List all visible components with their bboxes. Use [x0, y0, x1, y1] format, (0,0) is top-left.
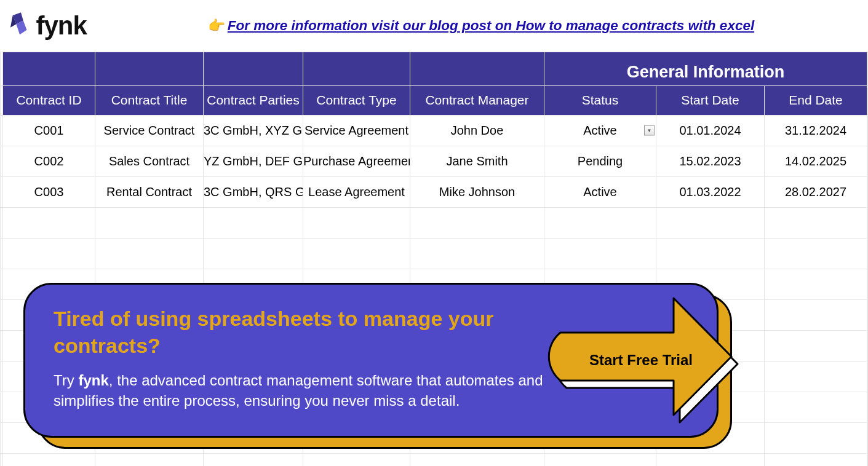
cell-end-date[interactable]: 31.12.2024 [765, 115, 867, 146]
cta-start-free-trial[interactable]: Start Free Trial [557, 296, 741, 425]
cell-contract-type[interactable]: Lease Agreement [303, 176, 410, 207]
cell-status-text: Pending [578, 154, 623, 168]
blog-link-text: For more information visit our blog post… [228, 18, 754, 33]
col-header-contract-manager: Contract Manager [410, 85, 544, 115]
status-dropdown-button[interactable]: ▼ [644, 125, 655, 136]
cell-status[interactable]: Pending [544, 146, 656, 176]
cell-contract-id[interactable]: C001 [3, 115, 95, 146]
cell-end-date[interactable]: 14.02.2025 [765, 146, 867, 176]
chevron-down-icon: ▼ [647, 128, 652, 133]
cta-label: Start Free Trial [570, 296, 712, 425]
table-row[interactable]: C003Rental Contract3C GmbH, QRS GmbLease… [1, 176, 868, 207]
col-header-end-date: End Date [765, 85, 867, 115]
cell-contract-title[interactable]: Sales Contract [95, 146, 204, 176]
col-header-status: Status [544, 85, 656, 115]
promo-banner: Tired of using spreadsheets to manage yo… [23, 283, 719, 438]
pointing-hand-icon: 👉 [208, 17, 225, 34]
blog-link[interactable]: 👉For more information visit our blog pos… [208, 18, 754, 33]
cell-contract-parties[interactable]: YZ GmbH, DEF Gmb [204, 146, 303, 176]
cell-contract-parties[interactable]: 3C GmbH, XYZ Gmb [204, 115, 303, 146]
cell-status-text: Active [583, 185, 616, 199]
cell-status-text: Active [583, 124, 616, 138]
cell-contract-manager[interactable]: John Doe [410, 115, 544, 146]
cell-contract-parties[interactable]: 3C GmbH, QRS Gmb [204, 176, 303, 207]
cell-status[interactable]: Active▼ [544, 115, 656, 146]
cell-start-date[interactable]: 15.02.2023 [656, 146, 765, 176]
cell-contract-type[interactable]: Service Agreement [303, 115, 410, 146]
cell-status[interactable]: Active [544, 176, 656, 207]
logo-text: fynk [36, 11, 87, 41]
promo-body: Try fynk, the advanced contract manageme… [54, 370, 583, 411]
cell-contract-title[interactable]: Service Contract [95, 115, 204, 146]
table-row[interactable]: C001Service Contract3C GmbH, XYZ GmbServ… [1, 115, 868, 146]
col-header-contract-title: Contract Title [95, 85, 204, 115]
table-row[interactable]: C002Sales ContractYZ GmbH, DEF GmbPurcha… [1, 146, 868, 176]
cell-contract-title[interactable]: Rental Contract [95, 176, 204, 207]
logo: fynk [3, 0, 95, 52]
cell-contract-type[interactable]: Purchase Agreement [303, 146, 410, 176]
fynk-logo-icon [9, 12, 33, 39]
cell-start-date[interactable]: 01.01.2024 [656, 115, 765, 146]
promo-headline: Tired of using spreadsheets to manage yo… [54, 306, 509, 359]
section-title: General Information [544, 52, 867, 85]
col-header-contract-type: Contract Type [303, 85, 410, 115]
cell-start-date[interactable]: 01.03.2022 [656, 176, 765, 207]
cell-contract-manager[interactable]: Mike Johnson [410, 176, 544, 207]
cell-contract-id[interactable]: C003 [3, 176, 95, 207]
cell-contract-manager[interactable]: Jane Smith [410, 146, 544, 176]
col-header-contract-parties: Contract Parties [204, 85, 303, 115]
cell-end-date[interactable]: 28.02.2027 [765, 176, 867, 207]
col-header-start-date: Start Date [656, 85, 765, 115]
col-header-contract-id: Contract ID [3, 85, 95, 115]
cell-contract-id[interactable]: C002 [3, 146, 95, 176]
